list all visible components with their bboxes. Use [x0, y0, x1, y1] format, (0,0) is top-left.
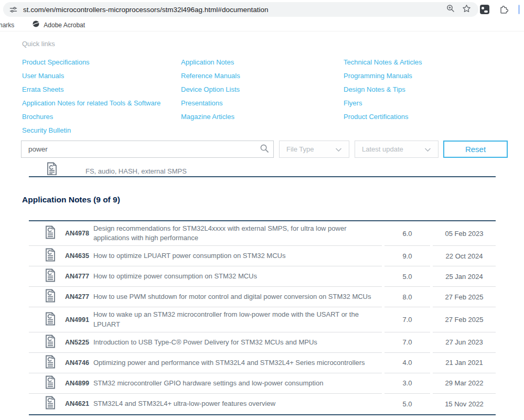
- zoom-icon[interactable]: [446, 4, 455, 15]
- table-row[interactable]: AN4991 How to wake up an STM32 microcont…: [29, 307, 496, 332]
- doc-date: 27 Feb 2025: [433, 307, 496, 332]
- doc-title: STM32 microcontroller GPIO hardware sett…: [93, 376, 382, 391]
- bookmark-star-icon[interactable]: [462, 4, 471, 15]
- document-icon[interactable]: [45, 289, 56, 305]
- url-text[interactable]: st.com/en/microcontrollers-microprocesso…: [23, 6, 446, 14]
- doc-main-cell: AN4899 STM32 microcontroller GPIO hardwa…: [29, 373, 382, 394]
- page: st.com/en/microcontrollers-microprocesso…: [0, 0, 524, 420]
- profile-avatar-edge[interactable]: [518, 5, 520, 14]
- table-row[interactable]: AN4635 How to optimize LPUART power cons…: [29, 246, 496, 266]
- quick-link[interactable]: Programming Manuals: [344, 69, 501, 83]
- document-icon[interactable]: [45, 312, 56, 328]
- doc-version: 5.0: [384, 266, 430, 287]
- search-button[interactable]: [255, 141, 273, 157]
- reset-button[interactable]: Reset: [443, 141, 508, 158]
- table-row[interactable]: AN5225 Introduction to USB Type-C® Power…: [29, 332, 496, 353]
- doc-id: AN4746: [65, 359, 89, 367]
- doc-main-cell: AN4621 STM32L4 and STM32L4+ ultra-low-po…: [29, 394, 382, 414]
- doc-id: AN4621: [65, 400, 89, 407]
- doc-title: Design recommendations for STM32L4xxxx w…: [93, 221, 382, 245]
- quick-link[interactable]: Product Certifications: [344, 110, 501, 124]
- quick-link[interactable]: Device Option Lists: [181, 83, 344, 96]
- table-row[interactable]: AN4746 Optimizing power and performance …: [29, 353, 496, 373]
- search-icon: [260, 144, 269, 155]
- document-icon[interactable]: [45, 335, 56, 350]
- quick-link[interactable]: Technical Notes & Articles: [344, 56, 501, 69]
- doc-id: AN4277: [65, 293, 89, 300]
- bookmarks-bar: narks Adobe Acrobat: [0, 19, 524, 31]
- quick-link[interactable]: Presentations: [181, 96, 344, 110]
- document-icon[interactable]: [45, 248, 56, 264]
- doc-main-cell: AN5225 Introduction to USB Type-C® Power…: [29, 332, 382, 353]
- doc-id: AN4978: [65, 230, 89, 237]
- filter-bar: File Type Latest update Reset: [0, 141, 524, 158]
- doc-date: 27 Jun 2023: [433, 332, 496, 353]
- doc-date: 15 Nov 2022: [433, 394, 496, 414]
- doc-main-cell: AN4991 How to wake up an STM32 microcont…: [29, 307, 382, 332]
- quick-link[interactable]: Security Bulletin: [22, 124, 181, 137]
- latest-update-dropdown[interactable]: Latest update: [355, 141, 439, 158]
- table-row[interactable]: AN4777 How to optimize power consumption…: [29, 266, 496, 287]
- globe-favicon-icon: [32, 20, 40, 30]
- quick-link[interactable]: Brochures: [22, 110, 181, 124]
- site-settings-icon[interactable]: [9, 6, 17, 14]
- doc-id: AN4777: [65, 273, 89, 280]
- doc-title: How to optimize LPUART power consumption…: [93, 249, 382, 263]
- quick-links-column: Product SpecificationsUser ManualsErrata…: [22, 56, 181, 137]
- doc-version: 3.0: [384, 373, 430, 394]
- quick-links-section: Quick links Product SpecificationsUser M…: [22, 40, 514, 137]
- quick-links-column: Application NotesReference ManualsDevice…: [181, 56, 344, 137]
- doc-main-cell: AN4635 How to optimize LPUART power cons…: [29, 246, 382, 266]
- partial-row-text: FS, audio, HASH, external SMPS: [85, 167, 187, 175]
- document-icon[interactable]: [45, 225, 56, 241]
- quick-link[interactable]: Reference Manuals: [181, 69, 344, 83]
- doc-version: 9.0: [384, 246, 430, 266]
- table-row[interactable]: AN4621 STM32L4 and STM32L4+ ultra-low-po…: [29, 394, 496, 414]
- doc-title: Introduction to USB Type-C® Power Delive…: [93, 335, 382, 350]
- quick-link[interactable]: Product Specifications: [22, 56, 181, 69]
- browser-toolbar: st.com/en/microcontrollers-microprocesso…: [0, 0, 524, 19]
- doc-title: STM32L4 and STM32L4+ ultra-low-power fea…: [93, 396, 382, 411]
- document-icon[interactable]: [45, 375, 56, 391]
- url-bar[interactable]: st.com/en/microcontrollers-microprocesso…: [3, 2, 478, 17]
- quick-link[interactable]: Flyers: [344, 96, 501, 110]
- extension-logo-icon[interactable]: [480, 5, 489, 14]
- quick-link[interactable]: User Manuals: [22, 69, 181, 83]
- doc-id: AN4899: [65, 380, 89, 387]
- doc-main-cell: AN4978 Design recommendations for STM32L…: [29, 221, 382, 246]
- doc-date: 22 Oct 2024: [433, 246, 496, 266]
- document-icon[interactable]: [45, 396, 56, 412]
- file-type-label: File Type: [286, 145, 314, 153]
- document-icon[interactable]: [45, 268, 56, 284]
- quick-link[interactable]: Application Notes for related Tools & So…: [22, 96, 181, 110]
- quick-link[interactable]: Design Notes & Tips: [344, 83, 501, 96]
- bookmarks-label-fragment[interactable]: narks: [0, 21, 14, 29]
- doc-id: AN4635: [65, 252, 89, 260]
- extensions-puzzle-icon[interactable]: [499, 4, 509, 16]
- doc-main-cell: AN4277 How to use PWM shutdown for motor…: [29, 287, 382, 307]
- bookmark-label: Adobe Acrobat: [44, 21, 85, 29]
- table-row[interactable]: AN4277 How to use PWM shutdown for motor…: [29, 287, 496, 307]
- table-row[interactable]: AN4978 Design recommendations for STM32L…: [29, 221, 496, 246]
- doc-title: Optimizing power and performance with ST…: [93, 356, 382, 370]
- quick-links-columns: Product SpecificationsUser ManualsErrata…: [22, 56, 514, 137]
- doc-version: 7.0: [384, 332, 430, 353]
- search-input[interactable]: [22, 141, 255, 157]
- chevron-down-icon: [424, 145, 431, 154]
- doc-date: 05 Feb 2023: [433, 221, 496, 246]
- latest-update-label: Latest update: [362, 145, 403, 153]
- table-row[interactable]: AN4899 STM32 microcontroller GPIO hardwa…: [29, 373, 496, 394]
- doc-date: 29 Mar 2022: [433, 373, 496, 394]
- quick-links-column: Technical Notes & ArticlesProgramming Ma…: [344, 56, 501, 137]
- file-type-dropdown[interactable]: File Type: [279, 141, 349, 158]
- document-icon[interactable]: [45, 355, 56, 371]
- quick-link[interactable]: Errata Sheets: [22, 83, 181, 96]
- document-icon: [46, 162, 58, 175]
- quick-link[interactable]: Application Notes: [181, 56, 344, 69]
- doc-title: How to use PWM shutdown for motor contro…: [93, 289, 382, 304]
- quick-link[interactable]: Magazine Articles: [181, 110, 344, 124]
- doc-date: 25 Jan 2024: [433, 266, 496, 287]
- partial-previous-row: FS, audio, HASH, external SMPS: [29, 159, 496, 175]
- bookmark-adobe-acrobat[interactable]: Adobe Acrobat: [32, 20, 85, 30]
- chevron-down-icon: [335, 145, 342, 154]
